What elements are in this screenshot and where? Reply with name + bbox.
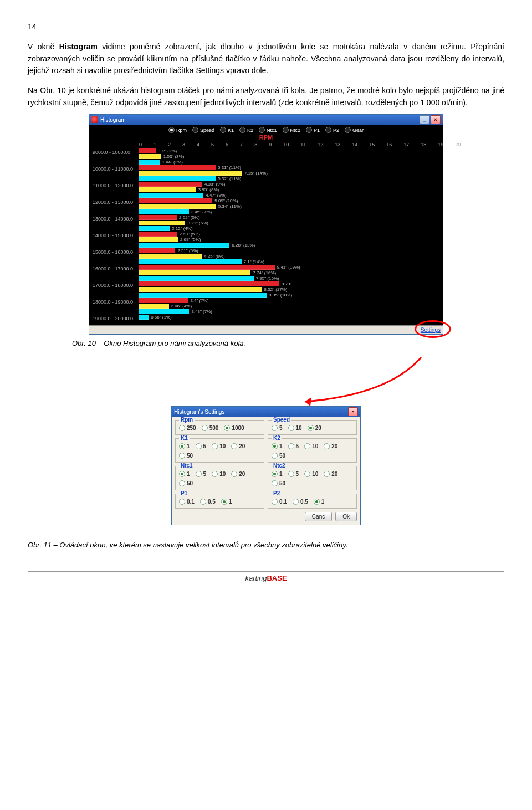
metric-radio-p2[interactable]: P2	[325, 127, 339, 133]
bar-fill	[139, 276, 254, 281]
minimize-button[interactable]: _	[420, 115, 429, 124]
option-ntc2-20[interactable]: 20	[324, 471, 337, 477]
option-speed-20[interactable]: 20	[308, 425, 321, 431]
metric-radio-rpm[interactable]: Rpm	[168, 127, 187, 133]
option-p2-1[interactable]: 1	[314, 499, 325, 505]
metric-radio-row: RpmSpeedK1K2Ntc1Ntc2P1P2Gear	[89, 125, 443, 133]
option-label: 50	[187, 453, 193, 459]
bar-cyan: 7.95" (16%)	[139, 276, 437, 281]
option-k2-5[interactable]: 5	[288, 443, 299, 449]
option-k2-50[interactable]: 50	[272, 453, 285, 459]
bar-value-label: 7.1" (14%)	[244, 259, 265, 264]
option-rpm-500[interactable]: 500	[202, 425, 219, 431]
dialog-titlebar: Histogram's Settings ×	[172, 407, 360, 417]
option-p1-1[interactable]: 1	[221, 499, 232, 505]
option-label: 10	[219, 443, 226, 449]
option-rpm-1000[interactable]: 1000	[224, 425, 244, 431]
radio-icon	[179, 499, 185, 505]
metric-radio-speed[interactable]: Speed	[192, 127, 214, 133]
cancel-button[interactable]: Canc	[305, 512, 332, 521]
histogram-row: 15000.0 - 16000.02.51" (5%)4.35" (9%)7.1…	[93, 248, 439, 264]
option-ntc1-20[interactable]: 20	[231, 471, 245, 477]
option-speed-10[interactable]: 10	[288, 425, 302, 431]
footer-logo: kartingBASE	[28, 574, 504, 582]
titlebar: Histogram _ ×	[89, 115, 443, 125]
option-ntc1-1[interactable]: 1	[179, 471, 190, 477]
bar-fill	[139, 232, 177, 237]
bar-fill	[139, 243, 229, 248]
radio-icon	[179, 443, 185, 449]
text-settings: Settings	[196, 66, 224, 75]
bar-fill	[139, 270, 250, 275]
bar-value-label: 2.62" (5%)	[179, 215, 200, 220]
settings-link[interactable]: Settings	[421, 327, 441, 333]
option-k2-20[interactable]: 20	[324, 443, 337, 449]
bar-red: 2.51" (5%)	[139, 248, 437, 253]
axis-tick: 7	[240, 142, 243, 147]
option-k2-10[interactable]: 10	[304, 443, 318, 449]
row-bars: 1.2" (2%)1.53" (3%)1.44" (3%)	[139, 148, 439, 165]
settings-dialog: Histogram's Settings × Rpm2505001000Spee…	[171, 406, 361, 525]
metric-radio-k2[interactable]: K2	[239, 127, 253, 133]
bar-value-label: 4.38" (9%)	[204, 182, 226, 187]
axis-tick: 4	[197, 142, 200, 147]
option-ntc1-50[interactable]: 50	[179, 480, 193, 486]
option-k1-20[interactable]: 20	[231, 443, 245, 449]
bar-fill	[139, 237, 178, 242]
radio-icon	[272, 443, 278, 449]
radio-icon	[221, 499, 227, 505]
close-button[interactable]: ×	[431, 115, 441, 124]
metric-radio-ntc1[interactable]: Ntc1	[259, 127, 277, 133]
axis-tick: 5	[211, 142, 214, 147]
bar-value-label: 4.47" (9%)	[206, 193, 227, 198]
group-title: K2	[272, 435, 282, 441]
option-k1-1[interactable]: 1	[179, 443, 190, 449]
metric-radio-k1[interactable]: K1	[220, 127, 234, 133]
bar-yellow: 2.69" (5%)	[139, 237, 437, 242]
option-ntc1-5[interactable]: 5	[196, 471, 207, 477]
option-label: 1	[187, 443, 190, 449]
metric-radio-ntc2[interactable]: Ntc2	[283, 127, 301, 133]
bar-fill	[139, 198, 212, 203]
histogram-row: 17000.0 - 18000.09.73"8.52" (17%)8.85" (…	[93, 281, 439, 298]
option-ntc2-50[interactable]: 50	[272, 480, 285, 486]
option-k1-5[interactable]: 5	[196, 443, 207, 449]
paragraph-2: Na Obr. 10 je konkrétně ukázán histogram…	[28, 85, 504, 109]
option-p2-0.1[interactable]: 0.1	[272, 499, 287, 505]
option-speed-5[interactable]: 5	[272, 425, 283, 431]
radio-icon	[196, 443, 202, 449]
radio-label: P2	[333, 127, 339, 133]
bar-yellow: 4.35" (9%)	[139, 254, 437, 259]
option-p1-0.5[interactable]: 0.5	[200, 499, 216, 505]
bar-red: 5.09" (10%)	[139, 198, 437, 203]
bar-value-label: 2.63" (5%)	[179, 232, 200, 237]
option-k1-50[interactable]: 50	[179, 453, 193, 459]
bar-value-label: 9.73"	[282, 281, 291, 286]
window-title: Histogram	[100, 117, 126, 123]
dialog-close-button[interactable]: ×	[348, 407, 358, 416]
bar-fill	[139, 160, 160, 165]
option-p2-0.5[interactable]: 0.5	[293, 499, 308, 505]
bar-fill	[139, 293, 267, 298]
bar-fill	[139, 193, 203, 198]
option-label: 5	[296, 443, 299, 449]
radio-icon	[288, 471, 294, 477]
bar-value-label: 7.15" (14%)	[244, 171, 268, 176]
radio-icon	[200, 499, 206, 505]
option-k1-10[interactable]: 10	[212, 443, 226, 449]
group-title: Ntc1	[179, 463, 195, 469]
axis-tick: 16	[386, 142, 392, 147]
bar-value-label: 2.06" (4%)	[171, 304, 192, 309]
option-k2-1[interactable]: 1	[272, 443, 283, 449]
option-ntc2-10[interactable]: 10	[304, 471, 318, 477]
option-ntc2-1[interactable]: 1	[272, 471, 283, 477]
option-rpm-250[interactable]: 250	[179, 425, 196, 431]
option-label: 20	[239, 471, 245, 477]
option-p1-0.1[interactable]: 0.1	[179, 499, 195, 505]
option-ntc1-10[interactable]: 10	[212, 471, 226, 477]
ok-button[interactable]: Ok	[335, 512, 357, 521]
metric-radio-p1[interactable]: P1	[306, 127, 320, 133]
option-ntc2-5[interactable]: 5	[288, 471, 299, 477]
metric-radio-gear[interactable]: Gear	[345, 127, 364, 133]
dialog-button-row: CancOk	[175, 512, 357, 521]
